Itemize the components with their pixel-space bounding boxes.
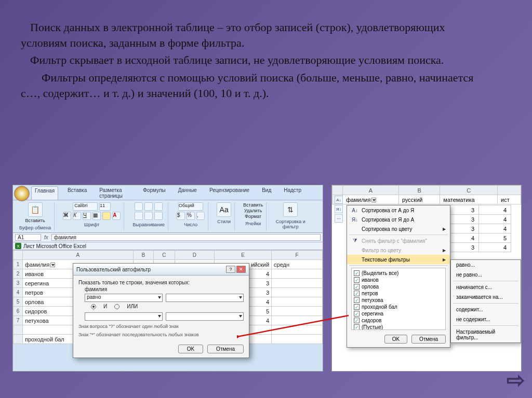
- filter-dropdown-menu: A↓Сортировка от А до Я Я↓Сортировка от Я…: [347, 205, 450, 348]
- cell-family[interactable]: фамилия: [343, 195, 399, 204]
- tab-home[interactable]: Главная: [31, 186, 58, 200]
- number-format-combo[interactable]: Общий: [178, 202, 203, 211]
- dialog-instruction: Показать только те строки, значения кото…: [78, 280, 244, 285]
- submenu-not-contains[interactable]: не содержит...: [451, 314, 521, 324]
- formula-input[interactable]: фамилия: [51, 234, 321, 241]
- tab-layout[interactable]: Разметка страницы: [96, 186, 134, 200]
- ok-button[interactable]: OK: [178, 345, 203, 353]
- menu-text-filters[interactable]: Текстовые фильтры▶: [347, 255, 450, 264]
- dialog-title: Пользовательский автофильтр: [76, 267, 151, 272]
- filter-checklist[interactable]: ✓(Выделить все) ✓иванов ✓орлова ✓петров …: [351, 268, 446, 330]
- office-button[interactable]: [14, 186, 30, 201]
- col-headers: ABCDEF: [14, 251, 323, 260]
- comma-button[interactable]: ,: [196, 212, 205, 220]
- currency-button[interactable]: $: [177, 212, 185, 220]
- paragraph-1: Поиск данных в электронной таблице – это…: [21, 20, 488, 50]
- radio-or[interactable]: [114, 304, 119, 309]
- value2-combo[interactable]: [166, 312, 244, 321]
- right-worksheet[interactable]: ABC 1 фамилия русский математика ист: [332, 185, 521, 204]
- checkbox[interactable]: ✓: [354, 270, 360, 276]
- next-slide-arrow[interactable]: ⇨: [507, 367, 525, 393]
- cells-group-label: Ячейки: [245, 221, 261, 226]
- sort-filter-button[interactable]: ⇅: [283, 202, 298, 217]
- text-filters-submenu: равно... не равно... начинается с... зак…: [450, 259, 521, 343]
- align-right-button[interactable]: [154, 212, 163, 220]
- menu-sort-az[interactable]: A↓Сортировка от А до Я: [347, 205, 450, 215]
- slide-text: Поиск данных в электронной таблице – это…: [21, 20, 488, 103]
- align-top-button[interactable]: [135, 202, 143, 211]
- cells-delete[interactable]: Удалить: [244, 208, 262, 213]
- value1-combo[interactable]: [166, 294, 244, 302]
- styles-button[interactable]: Aa: [217, 202, 231, 217]
- group-font: Calibri 11 Ж К Ч ▦ A Шрифт: [60, 202, 124, 230]
- align-bot-button[interactable]: [154, 202, 163, 211]
- clipboard-group-label: Буфер обмена: [19, 225, 51, 230]
- paste-label: Вставить: [25, 218, 45, 223]
- submenu-not-equals[interactable]: не равно...: [451, 270, 521, 280]
- tab-formulas[interactable]: Формулы: [140, 186, 169, 200]
- styles-group-label: Стили: [217, 219, 231, 224]
- excel-main-window: Главная Вставка Разметка страницы Формул…: [12, 185, 323, 372]
- tab-addins[interactable]: Надстр: [281, 186, 304, 200]
- filter-cancel-button[interactable]: Отмена: [411, 335, 446, 344]
- submenu-equals[interactable]: равно...: [451, 260, 521, 270]
- menu-sort-color[interactable]: Сортировка по цвету▶: [347, 224, 450, 234]
- operator2-combo[interactable]: [85, 312, 163, 321]
- underline-button[interactable]: Ч: [83, 212, 91, 220]
- sort-more-icon[interactable]: ⋯: [335, 214, 343, 223]
- autofilter-dialog: Пользовательский автофильтр ? ✕ Показать…: [73, 263, 249, 358]
- font-color-button[interactable]: A: [112, 212, 121, 220]
- align-left-button[interactable]: [135, 212, 143, 220]
- number-group-label: Число: [184, 222, 197, 227]
- operator1-combo[interactable]: равно: [85, 294, 163, 302]
- submenu-contains[interactable]: содержит...: [451, 305, 521, 314]
- submenu-begins[interactable]: начинается с...: [451, 282, 521, 292]
- excel-doc-icon: X: [15, 243, 21, 249]
- document-tab[interactable]: X Лист Microsoft Office Excel: [13, 242, 323, 250]
- menu-sort-za[interactable]: Я↓Сортировка от Я до А: [347, 215, 450, 224]
- align-group-label: Выравнивание: [132, 222, 165, 227]
- paste-button[interactable]: 📋: [28, 202, 43, 217]
- tab-data[interactable]: Данные: [175, 186, 200, 200]
- data-peek: 34 34 34 45 34: [446, 205, 511, 252]
- cells-insert[interactable]: Вставить: [243, 202, 263, 208]
- submenu-ends[interactable]: заканчивается на...: [451, 292, 521, 302]
- font-size-combo[interactable]: 11: [99, 202, 111, 211]
- sort-za-icon[interactable]: Я↓: [335, 205, 343, 213]
- border-button[interactable]: ▦: [92, 212, 101, 220]
- sort-strip: A↓ Я↓ ⋯: [335, 196, 344, 224]
- close-button[interactable]: ✕: [236, 266, 246, 273]
- font-group-label: Шрифт: [84, 222, 100, 227]
- group-styles: Aa Стили: [214, 202, 235, 230]
- menu-filter-color: Фильтр по цвету▶: [347, 245, 450, 255]
- fx-label: fx: [44, 235, 48, 240]
- group-cells: Вставить Удалить Формат Ячейки: [240, 202, 267, 230]
- help-button[interactable]: ?: [226, 266, 235, 273]
- percent-button[interactable]: %: [187, 212, 195, 220]
- sort-az-icon[interactable]: A↓: [335, 196, 343, 204]
- cancel-button[interactable]: Отмена: [207, 345, 244, 353]
- funnel-icon: ⧩: [351, 238, 358, 244]
- filter-arrow-icon[interactable]: [371, 198, 376, 202]
- radio-and[interactable]: [91, 304, 96, 309]
- tab-insert[interactable]: Вставка: [64, 186, 90, 200]
- hint-question: Знак вопроса "?" обозначает один любой з…: [78, 324, 244, 329]
- tab-review[interactable]: Рецензирование: [206, 186, 252, 200]
- font-family-combo[interactable]: Calibri: [73, 202, 98, 211]
- fill-color-button[interactable]: [102, 212, 111, 220]
- italic-button[interactable]: К: [73, 212, 81, 220]
- bold-button[interactable]: Ж: [63, 212, 71, 220]
- cells-format[interactable]: Формат: [245, 214, 261, 219]
- submenu-custom[interactable]: Настраиваемый фильтр...: [451, 327, 521, 342]
- paragraph-2: Фильтр скрывает в исходной таблице запис…: [21, 52, 488, 68]
- hint-asterisk: Знак "*" обозначает последовательность л…: [78, 332, 244, 337]
- align-mid-button[interactable]: [144, 202, 153, 211]
- name-box[interactable]: A1: [15, 234, 41, 241]
- filter-ok-button[interactable]: OK: [384, 335, 407, 344]
- document-tab-label: Лист Microsoft Office Excel: [23, 243, 86, 249]
- dialog-titlebar[interactable]: Пользовательский автофильтр ? ✕: [73, 264, 249, 276]
- sort-group-label: Сортировка и фильтр: [275, 219, 306, 229]
- tab-view[interactable]: Вид: [259, 186, 274, 200]
- align-center-button[interactable]: [144, 212, 153, 220]
- filter-arrow-icon[interactable]: [50, 263, 55, 267]
